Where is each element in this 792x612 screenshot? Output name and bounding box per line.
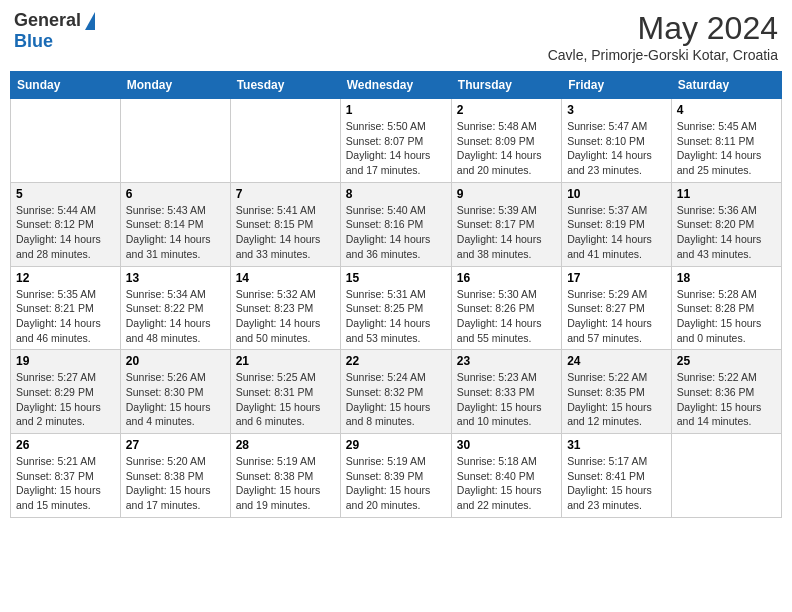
- day-number: 30: [457, 438, 556, 452]
- dow-header-monday: Monday: [120, 72, 230, 99]
- calendar-cell: 11Sunrise: 5:36 AMSunset: 8:20 PMDayligh…: [671, 182, 781, 266]
- day-info: Sunrise: 5:22 AMSunset: 8:35 PMDaylight:…: [567, 370, 666, 429]
- dow-header-friday: Friday: [562, 72, 672, 99]
- day-number: 29: [346, 438, 446, 452]
- day-info: Sunrise: 5:40 AMSunset: 8:16 PMDaylight:…: [346, 203, 446, 262]
- calendar-cell: [120, 99, 230, 183]
- calendar-week-row: 1Sunrise: 5:50 AMSunset: 8:07 PMDaylight…: [11, 99, 782, 183]
- calendar-cell: 18Sunrise: 5:28 AMSunset: 8:28 PMDayligh…: [671, 266, 781, 350]
- calendar-cell: 20Sunrise: 5:26 AMSunset: 8:30 PMDayligh…: [120, 350, 230, 434]
- day-info: Sunrise: 5:29 AMSunset: 8:27 PMDaylight:…: [567, 287, 666, 346]
- calendar-cell: 4Sunrise: 5:45 AMSunset: 8:11 PMDaylight…: [671, 99, 781, 183]
- calendar-cell: 5Sunrise: 5:44 AMSunset: 8:12 PMDaylight…: [11, 182, 121, 266]
- day-info: Sunrise: 5:43 AMSunset: 8:14 PMDaylight:…: [126, 203, 225, 262]
- dow-header-thursday: Thursday: [451, 72, 561, 99]
- logo: General Blue: [14, 10, 95, 52]
- day-info: Sunrise: 5:32 AMSunset: 8:23 PMDaylight:…: [236, 287, 335, 346]
- day-info: Sunrise: 5:34 AMSunset: 8:22 PMDaylight:…: [126, 287, 225, 346]
- day-info: Sunrise: 5:28 AMSunset: 8:28 PMDaylight:…: [677, 287, 776, 346]
- calendar-cell: 12Sunrise: 5:35 AMSunset: 8:21 PMDayligh…: [11, 266, 121, 350]
- logo-triangle-icon: [85, 12, 95, 30]
- day-number: 31: [567, 438, 666, 452]
- day-number: 24: [567, 354, 666, 368]
- calendar-cell: 26Sunrise: 5:21 AMSunset: 8:37 PMDayligh…: [11, 434, 121, 518]
- calendar-cell: 1Sunrise: 5:50 AMSunset: 8:07 PMDaylight…: [340, 99, 451, 183]
- day-info: Sunrise: 5:37 AMSunset: 8:19 PMDaylight:…: [567, 203, 666, 262]
- dow-header-tuesday: Tuesday: [230, 72, 340, 99]
- page-header: General Blue May 2024 Cavle, Primorje-Go…: [10, 10, 782, 63]
- day-number: 19: [16, 354, 115, 368]
- calendar-cell: 3Sunrise: 5:47 AMSunset: 8:10 PMDaylight…: [562, 99, 672, 183]
- logo-blue-text: Blue: [14, 31, 53, 52]
- day-info: Sunrise: 5:23 AMSunset: 8:33 PMDaylight:…: [457, 370, 556, 429]
- day-info: Sunrise: 5:47 AMSunset: 8:10 PMDaylight:…: [567, 119, 666, 178]
- day-info: Sunrise: 5:36 AMSunset: 8:20 PMDaylight:…: [677, 203, 776, 262]
- day-info: Sunrise: 5:48 AMSunset: 8:09 PMDaylight:…: [457, 119, 556, 178]
- calendar-cell: 7Sunrise: 5:41 AMSunset: 8:15 PMDaylight…: [230, 182, 340, 266]
- calendar-cell: 14Sunrise: 5:32 AMSunset: 8:23 PMDayligh…: [230, 266, 340, 350]
- day-info: Sunrise: 5:25 AMSunset: 8:31 PMDaylight:…: [236, 370, 335, 429]
- calendar-cell: [671, 434, 781, 518]
- day-info: Sunrise: 5:19 AMSunset: 8:39 PMDaylight:…: [346, 454, 446, 513]
- day-number: 17: [567, 271, 666, 285]
- day-number: 27: [126, 438, 225, 452]
- day-info: Sunrise: 5:27 AMSunset: 8:29 PMDaylight:…: [16, 370, 115, 429]
- day-number: 20: [126, 354, 225, 368]
- calendar-table: SundayMondayTuesdayWednesdayThursdayFrid…: [10, 71, 782, 518]
- calendar-week-row: 12Sunrise: 5:35 AMSunset: 8:21 PMDayligh…: [11, 266, 782, 350]
- day-info: Sunrise: 5:41 AMSunset: 8:15 PMDaylight:…: [236, 203, 335, 262]
- calendar-cell: 27Sunrise: 5:20 AMSunset: 8:38 PMDayligh…: [120, 434, 230, 518]
- day-number: 2: [457, 103, 556, 117]
- day-info: Sunrise: 5:30 AMSunset: 8:26 PMDaylight:…: [457, 287, 556, 346]
- day-number: 26: [16, 438, 115, 452]
- day-number: 7: [236, 187, 335, 201]
- day-info: Sunrise: 5:44 AMSunset: 8:12 PMDaylight:…: [16, 203, 115, 262]
- calendar-cell: 2Sunrise: 5:48 AMSunset: 8:09 PMDaylight…: [451, 99, 561, 183]
- calendar-cell: [11, 99, 121, 183]
- day-number: 10: [567, 187, 666, 201]
- day-info: Sunrise: 5:21 AMSunset: 8:37 PMDaylight:…: [16, 454, 115, 513]
- calendar-cell: 9Sunrise: 5:39 AMSunset: 8:17 PMDaylight…: [451, 182, 561, 266]
- day-number: 21: [236, 354, 335, 368]
- logo-general-text: General: [14, 10, 81, 31]
- day-info: Sunrise: 5:19 AMSunset: 8:38 PMDaylight:…: [236, 454, 335, 513]
- title-area: May 2024 Cavle, Primorje-Gorski Kotar, C…: [548, 10, 778, 63]
- calendar-cell: 10Sunrise: 5:37 AMSunset: 8:19 PMDayligh…: [562, 182, 672, 266]
- calendar-week-row: 5Sunrise: 5:44 AMSunset: 8:12 PMDaylight…: [11, 182, 782, 266]
- day-number: 13: [126, 271, 225, 285]
- day-number: 22: [346, 354, 446, 368]
- day-number: 28: [236, 438, 335, 452]
- calendar-cell: 30Sunrise: 5:18 AMSunset: 8:40 PMDayligh…: [451, 434, 561, 518]
- day-info: Sunrise: 5:26 AMSunset: 8:30 PMDaylight:…: [126, 370, 225, 429]
- day-number: 8: [346, 187, 446, 201]
- calendar-cell: 24Sunrise: 5:22 AMSunset: 8:35 PMDayligh…: [562, 350, 672, 434]
- calendar-cell: 16Sunrise: 5:30 AMSunset: 8:26 PMDayligh…: [451, 266, 561, 350]
- calendar-cell: 28Sunrise: 5:19 AMSunset: 8:38 PMDayligh…: [230, 434, 340, 518]
- day-number: 23: [457, 354, 556, 368]
- day-number: 9: [457, 187, 556, 201]
- day-info: Sunrise: 5:39 AMSunset: 8:17 PMDaylight:…: [457, 203, 556, 262]
- day-number: 11: [677, 187, 776, 201]
- calendar-week-row: 26Sunrise: 5:21 AMSunset: 8:37 PMDayligh…: [11, 434, 782, 518]
- calendar-cell: 22Sunrise: 5:24 AMSunset: 8:32 PMDayligh…: [340, 350, 451, 434]
- day-number: 1: [346, 103, 446, 117]
- calendar-cell: 19Sunrise: 5:27 AMSunset: 8:29 PMDayligh…: [11, 350, 121, 434]
- day-number: 12: [16, 271, 115, 285]
- calendar-week-row: 19Sunrise: 5:27 AMSunset: 8:29 PMDayligh…: [11, 350, 782, 434]
- calendar-cell: 25Sunrise: 5:22 AMSunset: 8:36 PMDayligh…: [671, 350, 781, 434]
- dow-header-saturday: Saturday: [671, 72, 781, 99]
- dow-header-sunday: Sunday: [11, 72, 121, 99]
- calendar-cell: 21Sunrise: 5:25 AMSunset: 8:31 PMDayligh…: [230, 350, 340, 434]
- calendar-cell: 15Sunrise: 5:31 AMSunset: 8:25 PMDayligh…: [340, 266, 451, 350]
- day-info: Sunrise: 5:24 AMSunset: 8:32 PMDaylight:…: [346, 370, 446, 429]
- location-subtitle: Cavle, Primorje-Gorski Kotar, Croatia: [548, 47, 778, 63]
- day-number: 18: [677, 271, 776, 285]
- calendar-cell: 23Sunrise: 5:23 AMSunset: 8:33 PMDayligh…: [451, 350, 561, 434]
- calendar-cell: 6Sunrise: 5:43 AMSunset: 8:14 PMDaylight…: [120, 182, 230, 266]
- dow-header-wednesday: Wednesday: [340, 72, 451, 99]
- day-info: Sunrise: 5:45 AMSunset: 8:11 PMDaylight:…: [677, 119, 776, 178]
- calendar-cell: 31Sunrise: 5:17 AMSunset: 8:41 PMDayligh…: [562, 434, 672, 518]
- calendar-cell: 29Sunrise: 5:19 AMSunset: 8:39 PMDayligh…: [340, 434, 451, 518]
- day-number: 14: [236, 271, 335, 285]
- day-info: Sunrise: 5:31 AMSunset: 8:25 PMDaylight:…: [346, 287, 446, 346]
